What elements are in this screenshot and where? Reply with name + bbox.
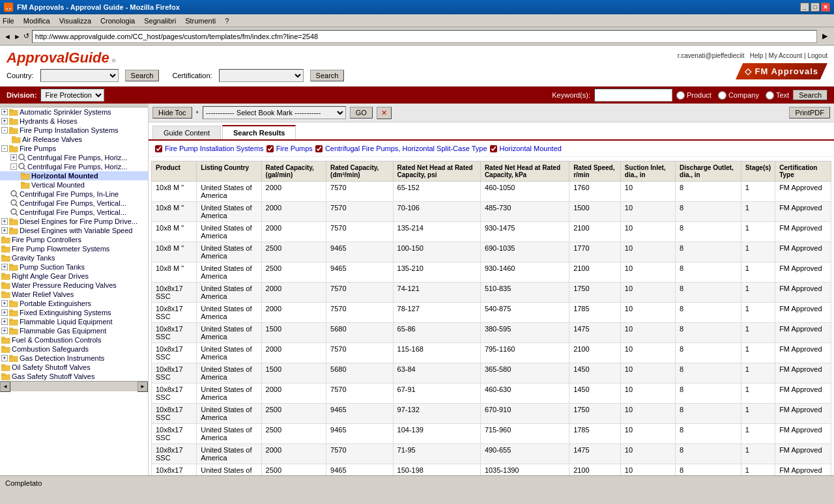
radio-text[interactable]: Text [766, 91, 789, 100]
sidebar-item-firepumps[interactable]: - Fire Pumps [0, 144, 148, 153]
expand-fixed[interactable]: + [1, 309, 8, 316]
sidebar-item-vertical-mounted[interactable]: Vertical Mounted [0, 180, 148, 189]
sidebar-item-flammable-liq[interactable]: + Flammable Liquid Equipment [0, 317, 148, 326]
expand-centrifugal-2[interactable]: - [10, 163, 17, 170]
expand-gas-detect[interactable]: + [1, 355, 8, 361]
menu-visualizza[interactable]: Visualizza [59, 17, 91, 25]
sidebar-item-pump-ctrl[interactable]: Fire Pump Controllers [0, 235, 148, 244]
sidebar-item-centrifugal-1[interactable]: + Centrifugal Fire Pumps, Horiz... [0, 153, 148, 162]
sidebar-item-gas-safety[interactable]: Gas Safety Shutoff Valves [0, 372, 148, 381]
sidebar-item-oil-safety[interactable]: Oil Safety Shutoff Valves [0, 363, 148, 372]
expand-diesel[interactable]: + [1, 218, 8, 225]
menu-segnalibri[interactable]: Segnalibri [144, 17, 176, 25]
logout-link[interactable]: Logout [807, 52, 827, 59]
sidebar-item-gas-detect[interactable]: + Gas Detection Instruments [0, 354, 148, 363]
sidebar-item-water-relief[interactable]: Water Relief Valves [0, 290, 148, 299]
keyword-input[interactable] [594, 89, 672, 102]
svg-rect-3 [9, 119, 12, 120]
menu-strumenti[interactable]: Strumenti [185, 17, 216, 25]
scroll-left[interactable]: ◄ [0, 382, 10, 392]
expand-flammable-gas[interactable]: + [1, 328, 8, 334]
sidebar-item-centrifugal-vert1[interactable]: Centrifugal Fire Pumps, Vertical... [0, 199, 148, 208]
sidebar-item-centrifugal-inline[interactable]: Centrifugal Fire Pumps, In-Line [0, 189, 148, 199]
division-select[interactable]: Fire Protection [40, 89, 104, 102]
sidebar-item-centrifugal-vert2[interactable]: Centrifugal Fire Pumps, Vertical... [0, 208, 148, 217]
sidebar-item-hydrants[interactable]: + Hydrants & Hoses [0, 117, 148, 126]
sidebar-item-gear-drives[interactable]: Right Angle Gear Drives [0, 272, 148, 281]
menu-help[interactable]: ? [225, 17, 229, 25]
tab-guide-content[interactable]: Guide Content [152, 126, 221, 139]
expand-diesel-var[interactable]: + [1, 227, 8, 234]
folder-icon-gravity [1, 254, 10, 262]
country-select[interactable] [40, 69, 119, 82]
maximize-button[interactable]: □ [811, 3, 820, 12]
bc-centrifugal[interactable]: Centrifugal Fire Pumps, Horizontal Split… [325, 145, 487, 152]
expand-sprinkler[interactable]: + [1, 109, 8, 115]
go-button[interactable]: ▶ [820, 32, 830, 40]
bookmark-x-button[interactable]: ✕ [377, 107, 392, 119]
bc-checkbox-1[interactable] [155, 145, 162, 152]
back-button[interactable]: ◄ [4, 33, 11, 40]
menu-file[interactable]: File [3, 17, 14, 25]
sidebar-label-inline: Centrifugal Fire Pumps, In-Line [20, 190, 119, 198]
menu-modifica[interactable]: Modifica [23, 17, 50, 25]
expand-hydrants[interactable]: + [1, 118, 8, 124]
minimize-button[interactable]: _ [800, 3, 809, 12]
sidebar-item-pump-suction[interactable]: + Pump Suction Tanks [0, 262, 148, 272]
country-search-button[interactable]: Search [125, 70, 160, 81]
radio-product[interactable]: Product [676, 91, 712, 100]
bc-checkbox-4[interactable] [490, 145, 497, 152]
expand-firepumps[interactable]: - [1, 145, 8, 152]
bc-fire-pumps[interactable]: Fire Pumps [276, 145, 313, 152]
cert-select[interactable] [219, 69, 304, 82]
main-panel: Hide Toc • ------------ Select Book Mark… [149, 104, 834, 475]
sidebar-item-fuel-comb[interactable]: Fuel & Combustion Controls [0, 335, 148, 344]
sidebar-item-gravity[interactable]: Gravity Tanks [0, 253, 148, 262]
sidebar-item-water-pressure[interactable]: Water Pressure Reducing Valves [0, 281, 148, 290]
expand-centrifugal-1[interactable]: + [10, 154, 17, 161]
top-bar-right: r.cavenati@pieffedieciit Help | My Accou… [678, 52, 827, 79]
sidebar-item-firepump-install[interactable]: - Fire Pump Installation Systems [0, 126, 148, 135]
keyword-search-button[interactable]: Search [793, 90, 827, 100]
close-button[interactable]: ✕ [821, 3, 830, 12]
sidebar-item-air-release[interactable]: Air Release Valves [0, 135, 148, 144]
sidebar-item-flowmeter[interactable]: Fire Pump Flowmeter Systems [0, 244, 148, 253]
sidebar-label-sprinkler: Automatic Sprinkler Systems [20, 108, 111, 116]
print-button[interactable]: PrintPDF [789, 107, 830, 119]
my-account-link[interactable]: My Account [769, 52, 803, 59]
cert-search-button[interactable]: Search [310, 70, 345, 81]
bookmark-select[interactable]: ------------ Select Book Mark ----------… [203, 106, 346, 119]
expand-portable[interactable]: + [1, 300, 8, 307]
sidebar-item-centrifugal-2[interactable]: - Centrifugal Fire Pumps, Horiz... [0, 162, 148, 171]
sidebar-item-diesel[interactable]: + Diesel Engines for Fire Pump Drive... [0, 217, 148, 226]
expand-flammable-liq[interactable]: + [1, 318, 8, 325]
scroll-right[interactable]: ► [137, 382, 148, 392]
expand-pump-suction[interactable]: + [1, 264, 8, 270]
svg-rect-38 [1, 283, 10, 288]
radio-company[interactable]: Company [718, 91, 759, 100]
sidebar-item-sprinkler[interactable]: + Automatic Sprinkler Systems [0, 107, 148, 117]
bc-checkbox-2[interactable] [266, 145, 274, 152]
sidebar-hscroll[interactable]: ◄ ► [0, 381, 148, 391]
sidebar-item-fixed[interactable]: + Fixed Extinguishing Systems [0, 308, 148, 317]
tab-search-results[interactable]: Search Results [222, 125, 296, 139]
sidebar-item-flammable-gas[interactable]: + Flammable Gas Equipment [0, 326, 148, 335]
menu-cronologia[interactable]: Cronologia [100, 17, 135, 25]
table-row: 10x8x17 SSCUnited States of America20007… [152, 303, 831, 323]
expand-firepump-install[interactable]: - [1, 127, 8, 133]
table-row: 10x8x17 SSCUnited States of America25009… [152, 404, 831, 424]
bc-fire-pump-install[interactable]: Fire Pump Installation Systems [165, 145, 264, 152]
window-controls[interactable]: _ □ ✕ [800, 3, 830, 12]
address-input[interactable] [32, 30, 817, 43]
reload-button[interactable]: ↺ [23, 32, 29, 40]
sidebar-item-portable[interactable]: + Portable Extinguishers [0, 299, 148, 308]
sidebar-item-diesel-var[interactable]: + Diesel Engines with Variable Speed [0, 226, 148, 235]
bc-checkbox-3[interactable] [315, 145, 323, 152]
hide-toc-button[interactable]: Hide Toc [152, 107, 192, 119]
bookmark-go-button[interactable]: GO [350, 107, 373, 119]
sidebar-item-horizontal-mounted[interactable]: Horizontal Mounted [0, 171, 148, 180]
help-link[interactable]: Help [750, 52, 764, 59]
sidebar-item-comb-safeguards[interactable]: Combustion Safeguards [0, 344, 148, 354]
forward-button[interactable]: ► [14, 33, 21, 40]
bc-horizontal-mounted[interactable]: Horizontal Mounted [500, 145, 562, 152]
